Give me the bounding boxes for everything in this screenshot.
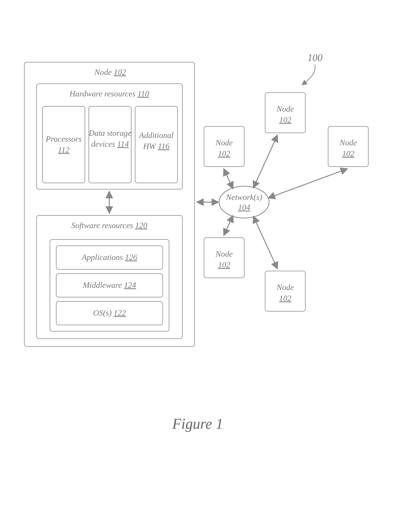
periph-node-3-label: Node102 [328, 137, 369, 159]
software-title: Software resources 120 [61, 221, 157, 230]
data-storage-title: Data storage devices 114 [88, 127, 131, 150]
additional-hw-title: Additional HW 116 [135, 130, 178, 152]
periph-node-4-label: Node102 [265, 282, 306, 304]
svg-line-7 [224, 215, 233, 235]
main-node-title: Node 102 [89, 68, 131, 77]
diagram-canvas: 100 Node 102 Hardware resources 110 Proc… [0, 0, 401, 532]
svg-line-4 [253, 135, 278, 188]
processors-title: Processors 112 [42, 133, 85, 156]
periph-node-1-label: Node102 [204, 137, 245, 159]
periph-node-2-label: Node102 [265, 103, 306, 126]
periph-node-5-label: Node102 [204, 248, 245, 271]
os-title: OS(s) 122 [56, 308, 163, 318]
middleware-title: Middleware 124 [56, 280, 163, 290]
svg-line-3 [224, 169, 233, 189]
diagram-ref-label: 100 [308, 52, 322, 63]
network-title: Network(s)104 [226, 192, 263, 213]
figure-caption: Figure 1 [172, 415, 223, 432]
svg-line-6 [253, 216, 278, 269]
svg-line-5 [268, 169, 347, 198]
hardware-title: Hardware resources 110 [59, 89, 159, 98]
applications-title: Applications 126 [56, 253, 163, 262]
